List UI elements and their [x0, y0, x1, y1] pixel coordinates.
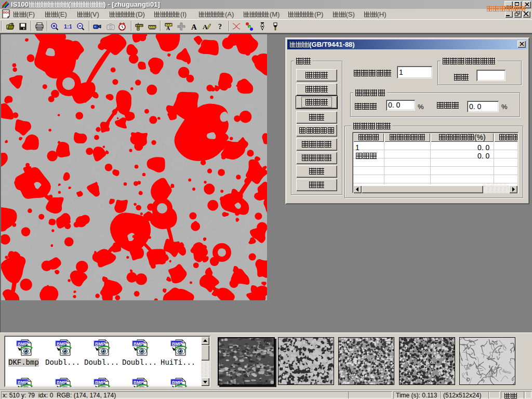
svg-text:BMP: BMP: [95, 341, 105, 347]
svg-text:BMP: BMP: [172, 380, 182, 385]
svg-text:BMP: BMP: [134, 341, 143, 347]
svg-text:BMP: BMP: [95, 380, 105, 385]
svg-text:?: ?: [218, 23, 222, 31]
svg-text:BMP: BMP: [172, 341, 182, 347]
svg-text:A: A: [166, 25, 170, 31]
svg-text:1:1: 1:1: [64, 23, 72, 30]
svg-text:BMP: BMP: [18, 341, 28, 347]
svg-text:DOC: DOC: [3, 11, 10, 14]
svg-text:BMP: BMP: [134, 380, 143, 385]
svg-text:A: A: [191, 23, 197, 31]
svg-text:BMP: BMP: [18, 380, 28, 385]
svg-text:A: A: [203, 23, 208, 31]
svg-text:BMP: BMP: [57, 341, 66, 347]
svg-text:BMP: BMP: [57, 380, 66, 385]
